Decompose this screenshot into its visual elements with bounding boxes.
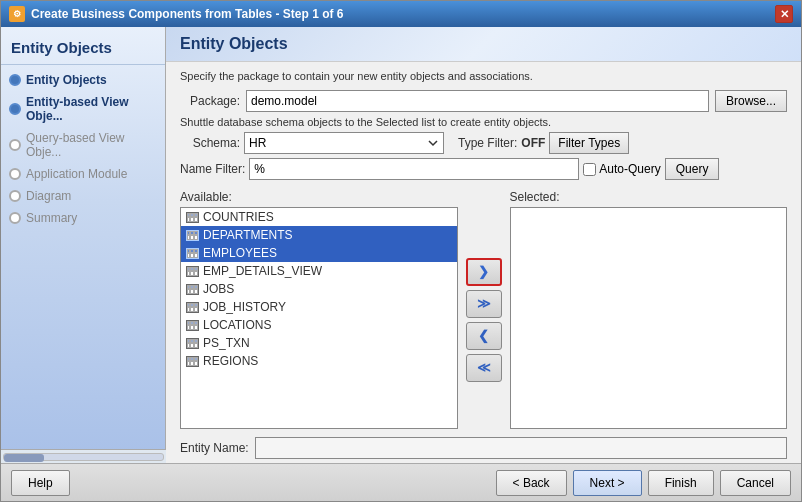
sidebar-header: Entity Objects (1, 27, 165, 65)
sidebar-label-summary: Summary (26, 211, 77, 225)
entity-name-row: Entity Name: (166, 433, 801, 463)
sidebar-item-query-view[interactable]: Query-based View Obje... (1, 127, 165, 163)
back-button[interactable]: < Back (496, 470, 567, 496)
name-filter-label: Name Filter: (180, 162, 245, 176)
table-icon (185, 300, 199, 314)
sidebar-scrollbar[interactable] (1, 449, 166, 463)
list-item[interactable]: JOBS (181, 280, 457, 298)
main-window: ⚙ Create Business Components from Tables… (0, 0, 802, 502)
shuttle-area: Available: COUNTRIES DEPARTM (166, 184, 801, 433)
available-panel: Available: COUNTRIES DEPARTM (180, 190, 458, 429)
finish-button[interactable]: Finish (648, 470, 714, 496)
auto-query-checkbox[interactable] (583, 163, 596, 176)
shuttle-buttons: ❯ ≫ ❮ ≪ (462, 190, 506, 429)
window-icon: ⚙ (9, 6, 25, 22)
selected-list[interactable] (510, 207, 788, 429)
list-item[interactable]: REGIONS (181, 352, 457, 370)
move-right-button[interactable]: ❯ (466, 258, 502, 286)
footer: Help < Back Next > Finish Cancel (1, 463, 801, 501)
next-button[interactable]: Next > (573, 470, 642, 496)
available-label: Available: (180, 190, 458, 204)
schema-row: Schema: HR Type Filter: OFF Filter Types (180, 132, 787, 154)
schema-label: Schema: (180, 136, 240, 150)
table-icon (185, 318, 199, 332)
content-form: Specify the package to contain your new … (166, 62, 801, 184)
move-all-left-button[interactable]: ≪ (466, 354, 502, 382)
content-header: Entity Objects (166, 27, 801, 62)
move-left-button[interactable]: ❮ (466, 322, 502, 350)
list-item[interactable]: PS_TXN (181, 334, 457, 352)
sidebar-item-app-module[interactable]: Application Module (1, 163, 165, 185)
entity-name-label: Entity Name: (180, 441, 249, 455)
sidebar-item-summary[interactable]: Summary (1, 207, 165, 229)
main-content: Entity Objects Entity Objects Entity-bas… (1, 27, 801, 463)
description: Specify the package to contain your new … (180, 70, 787, 82)
table-icon (185, 354, 199, 368)
name-filter-input[interactable] (249, 158, 579, 180)
list-item[interactable]: EMP_DETAILS_VIEW (181, 262, 457, 280)
table-icon (185, 228, 199, 242)
sidebar-item-entity-view[interactable]: Entity-based View Obje... (1, 91, 165, 127)
sidebar-label-entity-objects: Entity Objects (26, 73, 107, 87)
sidebar-dot-diagram (9, 190, 21, 202)
scrollbar-thumb (4, 454, 44, 462)
package-row: Package: Browse... (180, 90, 787, 112)
selected-panel: Selected: (510, 190, 788, 429)
sidebar-dot-query-view (9, 139, 21, 151)
cancel-button[interactable]: Cancel (720, 470, 791, 496)
package-label: Package: (180, 94, 240, 108)
table-icon (185, 246, 199, 260)
browse-button[interactable]: Browse... (715, 90, 787, 112)
list-item[interactable]: DEPARTMENTS (181, 226, 457, 244)
title-bar-left: ⚙ Create Business Components from Tables… (9, 6, 344, 22)
filter-types-button[interactable]: Filter Types (549, 132, 629, 154)
sidebar-label-diagram: Diagram (26, 189, 71, 203)
table-icon (185, 282, 199, 296)
sidebar-label-query-view: Query-based View Obje... (26, 131, 157, 159)
sidebar-items: Entity Objects Entity-based View Obje...… (1, 65, 165, 449)
table-icon (185, 210, 199, 224)
available-list[interactable]: COUNTRIES DEPARTMENTS EMPL (180, 207, 458, 429)
sidebar-dot-app-module (9, 168, 21, 180)
sidebar-dot-summary (9, 212, 21, 224)
list-item[interactable]: EMPLOYEES (181, 244, 457, 262)
sidebar-dot-entity (9, 74, 21, 86)
close-button[interactable]: ✕ (775, 5, 793, 23)
entity-name-input[interactable] (255, 437, 787, 459)
table-icon (185, 264, 199, 278)
page-title: Entity Objects (180, 35, 787, 53)
sidebar-item-entity-objects[interactable]: Entity Objects (1, 69, 165, 91)
sidebar-item-diagram[interactable]: Diagram (1, 185, 165, 207)
schema-select[interactable]: HR (244, 132, 444, 154)
footer-left: Help (11, 470, 70, 496)
content-area: Entity Objects Specify the package to co… (166, 27, 801, 463)
type-filter-label: Type Filter: OFF (458, 136, 545, 150)
shuttle-description: Shuttle database schema objects to the S… (180, 116, 787, 128)
help-button[interactable]: Help (11, 470, 70, 496)
auto-query-label: Auto-Query (583, 162, 660, 176)
sidebar-label-entity-view: Entity-based View Obje... (26, 95, 157, 123)
list-item[interactable]: JOB_HISTORY (181, 298, 457, 316)
sidebar-dot-entity-view (9, 103, 21, 115)
window-title: Create Business Components from Tables -… (31, 7, 344, 21)
scrollbar-track (3, 453, 164, 461)
selected-label: Selected: (510, 190, 788, 204)
move-all-right-button[interactable]: ≫ (466, 290, 502, 318)
list-item[interactable]: LOCATIONS (181, 316, 457, 334)
query-button[interactable]: Query (665, 158, 720, 180)
list-item[interactable]: COUNTRIES (181, 208, 457, 226)
package-input[interactable] (246, 90, 709, 112)
sidebar: Entity Objects Entity Objects Entity-bas… (1, 27, 166, 463)
footer-right: < Back Next > Finish Cancel (496, 470, 791, 496)
name-filter-row: Name Filter: Auto-Query Query (180, 158, 787, 180)
sidebar-label-app-module: Application Module (26, 167, 127, 181)
table-icon (185, 336, 199, 350)
title-bar: ⚙ Create Business Components from Tables… (1, 1, 801, 27)
